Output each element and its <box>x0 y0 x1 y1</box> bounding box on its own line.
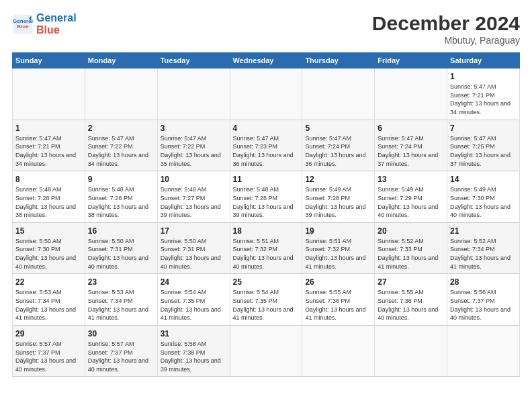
day-number: 24 <box>161 277 227 287</box>
cell-content: Sunrise: 5:47 AMSunset: 7:21 PMDaylight:… <box>15 134 82 168</box>
week-row-5: 22Sunrise: 5:53 AMSunset: 7:34 PMDayligh… <box>13 274 520 326</box>
logo-text: General Blue <box>36 12 77 36</box>
cell-content: Sunrise: 5:47 AMSunset: 7:25 PMDaylight:… <box>450 134 517 168</box>
cell-content: Sunrise: 5:47 AMSunset: 7:24 PMDaylight:… <box>378 134 444 168</box>
day-cell: 25Sunrise: 5:54 AMSunset: 7:35 PMDayligh… <box>230 274 302 326</box>
day-cell <box>230 68 302 120</box>
day-number: 22 <box>15 277 82 287</box>
day-number: 10 <box>161 174 227 185</box>
cell-content: Sunrise: 5:56 AMSunset: 7:37 PMDaylight:… <box>450 288 517 322</box>
day-number: 7 <box>450 123 517 134</box>
day-cell <box>13 68 85 120</box>
cell-content: Sunrise: 5:55 AMSunset: 7:36 PMDaylight:… <box>378 288 444 322</box>
day-cell: 20Sunrise: 5:52 AMSunset: 7:33 PMDayligh… <box>375 222 447 274</box>
location-subtitle: Mbutuy, Paraguay <box>372 35 520 46</box>
day-number: 20 <box>378 226 444 236</box>
week-row-2: 1Sunrise: 5:47 AMSunset: 7:21 PMDaylight… <box>13 120 520 171</box>
day-cell: 22Sunrise: 5:53 AMSunset: 7:34 PMDayligh… <box>13 274 85 326</box>
day-number: 30 <box>88 328 154 339</box>
cell-content: Sunrise: 5:47 AMSunset: 7:22 PMDaylight:… <box>161 134 227 168</box>
month-title: December 2024 <box>372 12 520 35</box>
day-cell: 6Sunrise: 5:47 AMSunset: 7:24 PMDaylight… <box>375 120 447 171</box>
cell-content: Sunrise: 5:50 AMSunset: 7:31 PMDaylight:… <box>161 237 227 271</box>
day-cell: 17Sunrise: 5:50 AMSunset: 7:31 PMDayligh… <box>157 222 230 274</box>
header-cell-monday: Monday <box>85 53 157 68</box>
day-cell <box>230 325 302 377</box>
cell-content: Sunrise: 5:54 AMSunset: 7:35 PMDaylight:… <box>161 288 227 322</box>
day-cell: 13Sunrise: 5:49 AMSunset: 7:29 PMDayligh… <box>375 171 447 223</box>
calendar-page: General Blue General Blue December 2024 … <box>0 0 532 411</box>
day-cell <box>85 68 157 120</box>
day-cell: 4Sunrise: 5:47 AMSunset: 7:23 PMDaylight… <box>230 120 302 171</box>
day-cell: 5Sunrise: 5:47 AMSunset: 7:24 PMDaylight… <box>302 120 375 171</box>
day-cell: 14Sunrise: 5:49 AMSunset: 7:30 PMDayligh… <box>447 171 520 223</box>
day-cell: 19Sunrise: 5:51 AMSunset: 7:32 PMDayligh… <box>302 222 375 274</box>
cell-content: Sunrise: 5:51 AMSunset: 7:32 PMDaylight:… <box>305 237 371 271</box>
day-number: 31 <box>161 328 227 339</box>
day-number: 29 <box>15 328 82 339</box>
cell-content: Sunrise: 5:52 AMSunset: 7:33 PMDaylight:… <box>378 237 444 271</box>
cell-content: Sunrise: 5:57 AMSunset: 7:37 PMDaylight:… <box>15 340 82 373</box>
day-cell: 11Sunrise: 5:48 AMSunset: 7:28 PMDayligh… <box>230 171 302 223</box>
day-number: 2 <box>88 123 154 134</box>
header-cell-wednesday: Wednesday <box>230 53 302 68</box>
cell-content: Sunrise: 5:54 AMSunset: 7:35 PMDaylight:… <box>233 288 300 322</box>
day-number: 19 <box>305 226 371 236</box>
day-cell: 31Sunrise: 5:58 AMSunset: 7:38 PMDayligh… <box>157 325 230 377</box>
day-number: 28 <box>450 277 517 287</box>
cell-content: Sunrise: 5:47 AMSunset: 7:24 PMDaylight:… <box>305 134 371 168</box>
cell-content: Sunrise: 5:55 AMSunset: 7:36 PMDaylight:… <box>305 288 371 322</box>
svg-text:Blue: Blue <box>17 24 29 30</box>
day-number: 3 <box>161 123 227 134</box>
day-number: 17 <box>161 226 227 236</box>
day-cell: 2Sunrise: 5:47 AMSunset: 7:22 PMDaylight… <box>85 120 157 171</box>
cell-content: Sunrise: 5:49 AMSunset: 7:29 PMDaylight:… <box>378 185 444 219</box>
day-number: 6 <box>378 123 444 134</box>
cell-content: Sunrise: 5:49 AMSunset: 7:30 PMDaylight:… <box>450 185 517 219</box>
day-number: 5 <box>305 123 371 134</box>
day-number: 4 <box>233 123 300 134</box>
calendar-table: SundayMondayTuesdayWednesdayThursdayFrid… <box>12 52 520 377</box>
cell-content: Sunrise: 5:50 AMSunset: 7:31 PMDaylight:… <box>88 237 154 271</box>
cell-content: Sunrise: 5:47 AMSunset: 7:22 PMDaylight:… <box>88 134 154 168</box>
cell-content: Sunrise: 5:53 AMSunset: 7:34 PMDaylight:… <box>88 288 154 322</box>
day-cell: 3Sunrise: 5:47 AMSunset: 7:22 PMDaylight… <box>157 120 230 171</box>
day-cell: 7Sunrise: 5:47 AMSunset: 7:25 PMDaylight… <box>447 120 520 171</box>
day-cell: 21Sunrise: 5:52 AMSunset: 7:34 PMDayligh… <box>447 222 520 274</box>
day-number: 21 <box>450 226 517 236</box>
page-header: General Blue General Blue December 2024 … <box>12 12 520 46</box>
header-cell-thursday: Thursday <box>302 53 375 68</box>
cell-content: Sunrise: 5:48 AMSunset: 7:28 PMDaylight:… <box>233 185 300 219</box>
day-cell <box>447 325 520 377</box>
day-number: 18 <box>233 226 300 236</box>
day-cell <box>302 68 375 120</box>
header-row: SundayMondayTuesdayWednesdayThursdayFrid… <box>13 53 520 68</box>
day-cell <box>375 325 447 377</box>
cell-content: Sunrise: 5:53 AMSunset: 7:34 PMDaylight:… <box>15 288 82 322</box>
day-cell: 16Sunrise: 5:50 AMSunset: 7:31 PMDayligh… <box>85 222 157 274</box>
title-block: December 2024 Mbutuy, Paraguay <box>372 12 520 46</box>
cell-content: Sunrise: 5:58 AMSunset: 7:38 PMDaylight:… <box>161 340 227 373</box>
logo: General Blue General Blue <box>12 12 77 36</box>
day-cell: 24Sunrise: 5:54 AMSunset: 7:35 PMDayligh… <box>157 274 230 326</box>
day-number: 12 <box>305 174 371 185</box>
header-cell-friday: Friday <box>375 53 447 68</box>
logo-icon: General Blue <box>12 13 34 35</box>
day-number: 27 <box>378 277 444 287</box>
header-cell-sunday: Sunday <box>13 53 85 68</box>
day-number: 11 <box>233 174 300 185</box>
week-row-6: 29Sunrise: 5:57 AMSunset: 7:37 PMDayligh… <box>13 325 520 377</box>
day-cell: 26Sunrise: 5:55 AMSunset: 7:36 PMDayligh… <box>302 274 375 326</box>
day-number: 16 <box>88 226 154 236</box>
day-cell: 29Sunrise: 5:57 AMSunset: 7:37 PMDayligh… <box>13 325 85 377</box>
header-cell-saturday: Saturday <box>447 53 520 68</box>
day-cell: 15Sunrise: 5:50 AMSunset: 7:30 PMDayligh… <box>13 222 85 274</box>
day-cell: 8Sunrise: 5:48 AMSunset: 7:26 PMDaylight… <box>13 171 85 223</box>
day-cell: 10Sunrise: 5:48 AMSunset: 7:27 PMDayligh… <box>157 171 230 223</box>
cell-content: Sunrise: 5:50 AMSunset: 7:30 PMDaylight:… <box>15 237 82 271</box>
cell-content: Sunrise: 5:49 AMSunset: 7:28 PMDaylight:… <box>305 185 371 219</box>
day-number: 1 <box>15 123 82 134</box>
day-cell: 23Sunrise: 5:53 AMSunset: 7:34 PMDayligh… <box>85 274 157 326</box>
week-row-1: 1Sunrise: 5:47 AMSunset: 7:21 PMDaylight… <box>13 68 520 120</box>
day-number: 15 <box>15 226 82 236</box>
